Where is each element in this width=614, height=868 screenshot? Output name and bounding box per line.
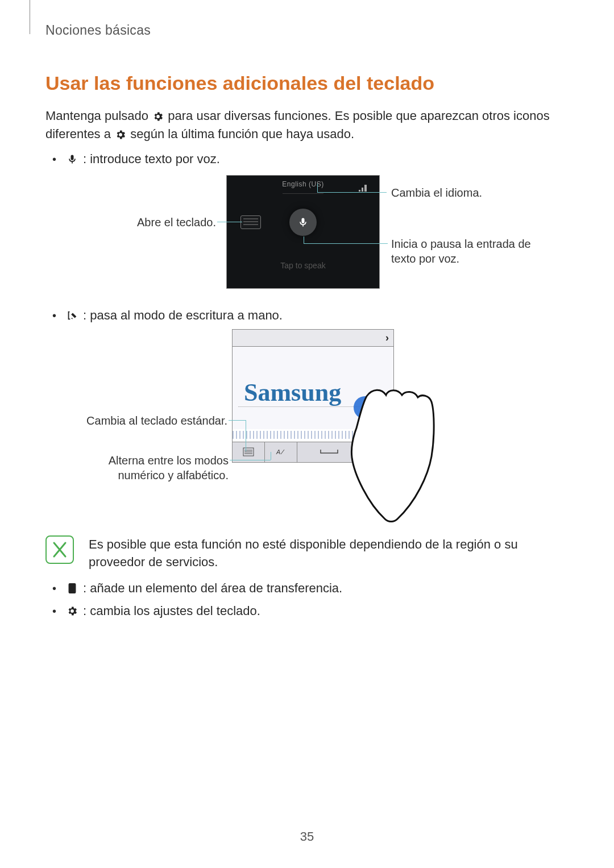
standard-keyboard-button[interactable] bbox=[233, 442, 265, 462]
callout-change-language: Cambia el idioma. bbox=[391, 185, 516, 200]
breadcrumb: Nociones básicas bbox=[45, 23, 569, 38]
open-keyboard-button[interactable] bbox=[240, 215, 261, 229]
handwriting-topbar: › bbox=[233, 330, 393, 347]
svg-text:A: A bbox=[276, 448, 280, 455]
voice-mic-button[interactable] bbox=[289, 209, 317, 236]
page-number: 35 bbox=[0, 829, 614, 844]
handwriting-icon bbox=[66, 309, 78, 322]
backspace-button[interactable] bbox=[362, 442, 393, 462]
callout-toggle-modes: Alterna entre los modos numérico y alfab… bbox=[89, 453, 229, 483]
bullet-handwriting: : pasa al modo de escritura a mano. bbox=[45, 306, 569, 325]
intro-part1: Mantenga pulsado bbox=[45, 109, 148, 123]
bullet-voice: : introduce texto por voz. bbox=[45, 150, 569, 168]
gear-icon bbox=[114, 128, 127, 141]
gear-icon bbox=[66, 605, 78, 617]
clipboard-icon bbox=[66, 582, 78, 595]
callout-start-pause-voice: Inicia o pausa la entrada de texto por v… bbox=[391, 236, 539, 266]
note-icon bbox=[45, 535, 74, 564]
microphone-icon bbox=[66, 153, 78, 165]
handwriting-area[interactable]: Samsung bbox=[233, 347, 393, 429]
page-title: Usar las funciones adicionales del tecla… bbox=[45, 72, 569, 94]
bullet-clipboard: : añade un elemento del área de transfer… bbox=[45, 579, 569, 597]
gear-icon bbox=[152, 110, 164, 123]
intro-paragraph: Mantenga pulsado para usar diversas func… bbox=[45, 107, 569, 143]
bullet-handwriting-text: : pasa al modo de escritura a mano. bbox=[83, 306, 283, 325]
bullet-voice-text: : introduce texto por voz. bbox=[83, 150, 220, 168]
intro-part3: según la última función que haya usado. bbox=[130, 127, 354, 141]
tap-to-speak-label: Tap to speak bbox=[280, 261, 325, 270]
bullet-settings: : cambia los ajustes del teclado. bbox=[45, 602, 569, 620]
bullet-clipboard-text: : añade un elemento del área de transfer… bbox=[83, 579, 342, 597]
handwriting-screenshot: › Samsung A bbox=[232, 329, 394, 463]
toggle-alphanum-button[interactable]: A bbox=[265, 442, 297, 462]
voice-input-figure: English (US) Tap to speak Abre el teclad… bbox=[85, 175, 529, 292]
note-row: Es posible que esta función no esté disp… bbox=[45, 535, 569, 572]
handwriting-sample: Samsung bbox=[244, 378, 341, 407]
handwriting-figure: › Samsung A bbox=[91, 329, 523, 525]
chevron-right-icon[interactable]: › bbox=[385, 332, 389, 344]
note-text: Es posible que esta función no esté disp… bbox=[89, 535, 569, 572]
callout-standard-keyboard: Cambia al teclado estándar. bbox=[74, 413, 227, 428]
space-button[interactable] bbox=[297, 442, 362, 462]
callout-open-keyboard: Abre el teclado. bbox=[102, 215, 216, 230]
bullet-settings-text: : cambia los ajustes del teclado. bbox=[83, 602, 260, 620]
